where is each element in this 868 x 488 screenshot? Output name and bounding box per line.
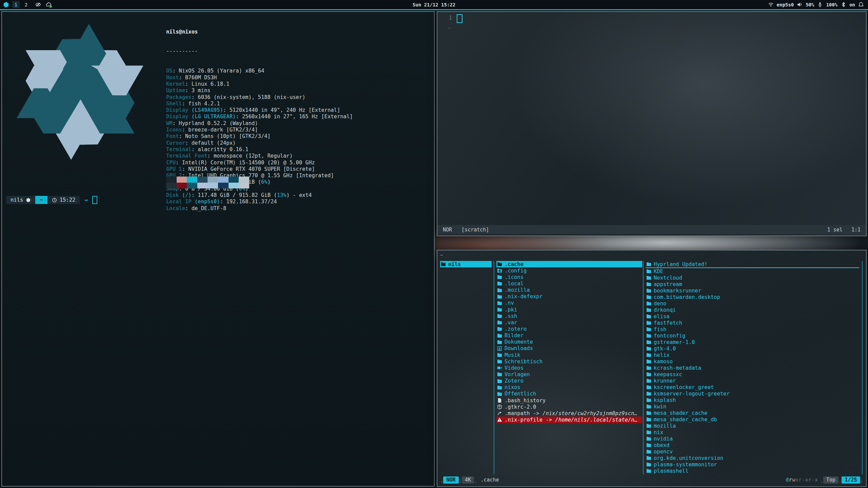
top-bar: 1 2 Sun 21/12 15:22 enp5s0 50% 100% on: [0, 0, 868, 10]
file-row[interactable]: .local: [496, 280, 642, 287]
folder-icon: [646, 359, 651, 364]
helix-buffer-name: [scratch]: [461, 227, 489, 233]
file-row[interactable]: appstream: [646, 281, 859, 287]
file-row[interactable]: Bilder: [496, 332, 642, 339]
file-row[interactable]: nils: [440, 261, 492, 267]
folder-icon: [646, 468, 651, 473]
file-row[interactable]: Nextcloud: [646, 274, 859, 281]
file-row[interactable]: .var: [496, 319, 642, 326]
shell-prompt: nils ~ 15:22 →: [6, 196, 97, 204]
file-row[interactable]: ksmserver-logout-greeter: [646, 390, 859, 397]
file-row[interactable]: fish: [646, 326, 859, 332]
file-row[interactable]: bookmarksrunner: [646, 287, 859, 294]
bluetooth-icon[interactable]: [841, 2, 846, 7]
file-row[interactable]: obexd: [646, 442, 859, 448]
file-row[interactable]: .config: [496, 267, 642, 274]
file-row[interactable]: nvidia: [646, 435, 859, 442]
screen-share-off-icon[interactable]: [35, 2, 41, 7]
empty-line-marker: ~: [448, 25, 451, 31]
file-row[interactable]: .mozilla: [496, 287, 642, 293]
file-row[interactable]: Dokumente: [496, 339, 642, 345]
file-row[interactable]: ksplash: [646, 397, 859, 403]
file-row[interactable]: Musik: [496, 352, 642, 358]
terminal-window-fastfetch[interactable]: nils@nixos ---------- OS: NixOS 26.05 (Y…: [1, 11, 435, 487]
prompt-user-segment: nils: [6, 196, 35, 204]
file-row[interactable]: .zotero: [496, 326, 642, 332]
file-row[interactable]: Videos: [496, 365, 642, 371]
nextcloud-tray-icon[interactable]: [46, 2, 52, 7]
file-row[interactable]: deno: [646, 300, 859, 307]
folder-icon: [646, 352, 651, 358]
file-row[interactable]: nixos: [496, 384, 642, 391]
folder-icon: [497, 391, 502, 396]
file-row[interactable]: gstreamer-1.0: [646, 339, 859, 345]
folder-icon: [646, 269, 651, 274]
file-row[interactable]: keepassxc: [646, 371, 859, 378]
hovered-file-name: .cache: [480, 477, 499, 483]
fetch-line: Font: Noto Sans (10pt) [GTK2/3/4]: [166, 133, 353, 140]
file-row[interactable]: Downloads: [496, 345, 642, 352]
file-row[interactable]: com.bitwarden.desktop: [646, 294, 859, 300]
folder-icon: [497, 379, 502, 384]
workspace-button-1[interactable]: 1: [12, 1, 20, 8]
file-row[interactable]: .manpath -> /nix/store/cw2rhy2sjnm8pz9sc…: [496, 410, 642, 416]
fetch-title: nils@nixos: [166, 29, 353, 35]
nix-snowflake-icon: [26, 198, 31, 203]
microphone-icon[interactable]: [817, 2, 823, 7]
workspace-button-2[interactable]: 2: [22, 1, 30, 8]
network-icon[interactable]: [768, 2, 774, 7]
permissions: drwxr-xr-x: [786, 477, 818, 483]
file-row[interactable]: .bash_history: [496, 397, 642, 404]
file-row[interactable]: kcrash-metadata: [646, 365, 859, 371]
yazi-columns: nils .cache.config.icons.local.mozilla.n…: [440, 261, 863, 474]
folder-icon: [497, 313, 502, 319]
fetch-line: Display (LS49AG95): 5120x1440 in 49", 24…: [166, 107, 353, 114]
yazi-mode-badge: NOR: [443, 476, 458, 484]
file-row[interactable]: org.kde.unitconversion: [646, 455, 859, 461]
file-row[interactable]: .cache: [496, 261, 642, 267]
palette-swatch: [197, 183, 208, 189]
file-row[interactable]: drkonqi: [646, 307, 859, 313]
folder-icon: [646, 275, 651, 280]
yazi-file-manager-window[interactable]: ~ nils .cache.config.icons.local.mozilla…: [437, 250, 867, 487]
file-row[interactable]: nix: [646, 429, 859, 435]
bar-left-modules: 1 2: [0, 1, 52, 8]
file-row[interactable]: mesa_shader_cache_db: [646, 416, 859, 423]
file-row[interactable]: .icons: [496, 274, 642, 280]
file-row[interactable]: .nix-defexpr: [496, 293, 642, 300]
file-row[interactable]: .gtkrc-2.0: [496, 404, 642, 410]
file-row[interactable]: .ssh: [496, 313, 642, 319]
file-row[interactable]: gtk-4.0: [646, 345, 859, 352]
file-row[interactable]: plasma-systemmonitor: [646, 461, 859, 468]
clock-icon: [52, 198, 57, 203]
file-row[interactable]: krunner: [646, 378, 859, 384]
file-row[interactable]: kamoso: [646, 358, 859, 365]
file-row[interactable]: .nv: [496, 300, 642, 306]
file-row[interactable]: Öffentlich: [496, 391, 642, 397]
file-row[interactable]: .nix-profile -> /home/nils/.local/state/…: [496, 416, 642, 423]
file-row[interactable]: fastfetch: [646, 320, 859, 326]
scrollbar[interactable]: [862, 261, 863, 474]
file-row[interactable]: elisa: [646, 313, 859, 320]
nix-snowflake-icon[interactable]: [3, 1, 9, 8]
file-row[interactable]: KDE: [646, 268, 859, 274]
file-row[interactable]: Hyprland Updated!: [646, 261, 859, 268]
file-row[interactable]: Zotero: [496, 378, 642, 384]
file-row[interactable]: plasmashell: [646, 468, 859, 474]
folder-icon: [646, 449, 651, 454]
file-row[interactable]: fontconfig: [646, 332, 859, 339]
file-row[interactable]: helix: [646, 352, 859, 358]
file-row[interactable]: kscreenlocker_greet: [646, 384, 859, 390]
file-row[interactable]: Schreibtisch: [496, 358, 642, 365]
helix-editor-window[interactable]: 1 ~ NOR [scratch] 1 sel 1:1: [437, 11, 867, 236]
file-row[interactable]: .pki: [496, 306, 642, 313]
file-row[interactable]: opencv: [646, 448, 859, 455]
file-row[interactable]: Vorlagen: [496, 371, 642, 378]
file-row[interactable]: mozilla: [646, 423, 859, 429]
notification-bell-icon[interactable]: [858, 2, 864, 7]
file-row[interactable]: mesa_shader_cache: [646, 410, 859, 416]
palette-swatch: [229, 177, 239, 183]
volume-icon[interactable]: [797, 2, 803, 7]
folder-icon: [441, 262, 446, 267]
file-row[interactable]: kwin: [646, 403, 859, 410]
